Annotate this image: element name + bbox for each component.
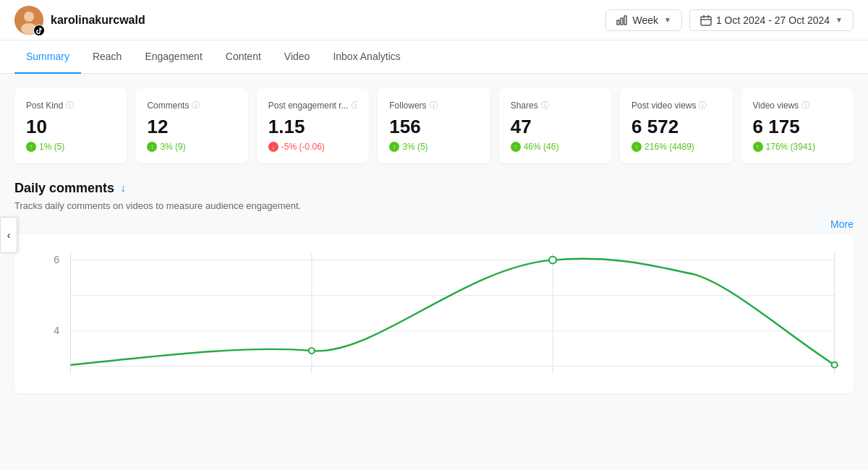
svg-rect-4 [621, 18, 623, 25]
change-icon-up-comments: ↑ [147, 142, 157, 152]
tab-reach[interactable]: Reach [81, 40, 133, 74]
daily-comments-subtitle: Tracks daily comments on videos to measu… [14, 200, 854, 211]
svg-point-1 [24, 12, 34, 22]
chart-point-end [832, 362, 838, 367]
chart-container: 6 4 [14, 234, 854, 393]
tiktok-icon [35, 27, 43, 34]
stat-card-followers: Followers ⓘ 156 ↑ 3% (5) [378, 88, 490, 163]
info-icon-engagement-rate[interactable]: ⓘ [352, 100, 358, 111]
stat-value-comments: 12 [147, 116, 236, 137]
calendar-icon [700, 14, 712, 26]
tab-content[interactable]: Content [214, 40, 273, 74]
stat-change-engagement-rate: ↓ -5% (-0.06) [268, 142, 357, 152]
period-selector[interactable]: Week ▼ [605, 9, 681, 31]
date-range-label: 1 Oct 2024 - 27 Oct 2024 [716, 14, 830, 26]
svg-rect-5 [624, 16, 626, 25]
info-icon-video-views[interactable]: ⓘ [801, 100, 809, 111]
left-nav-arrow[interactable]: ‹ [0, 217, 17, 253]
period-chevron: ▼ [664, 16, 671, 24]
stat-change-shares: ↑ 46% (46) [511, 142, 600, 152]
info-icon-comments[interactable]: ⓘ [192, 100, 200, 111]
daily-comments-title: Daily comments [14, 181, 114, 196]
change-icon-up-shares: ↑ [511, 142, 521, 152]
stat-card-post-kind: Post Kind ⓘ 10 ↑ 1% (5) [14, 88, 127, 163]
tiktok-badge [33, 25, 45, 36]
user-info: karolinakurcwald [14, 6, 145, 35]
stat-change-post-kind: ↑ 1% (5) [26, 142, 115, 152]
stat-value-post-kind: 10 [26, 116, 115, 137]
date-chevron: ▼ [835, 16, 843, 24]
info-icon-followers[interactable]: ⓘ [430, 100, 438, 111]
stat-card-video-views: Video views ⓘ 6 175 ↑ 176% (3941) [741, 88, 854, 163]
tab-engagement[interactable]: Engagement [133, 40, 213, 74]
tab-summary[interactable]: Summary [14, 40, 81, 74]
stat-value-followers: 156 [389, 116, 478, 137]
stat-card-engagement-rate: Post engagement r... ⓘ 1.15 ↓ -5% (-0.06… [257, 88, 369, 163]
stats-row: Post Kind ⓘ 10 ↑ 1% (5) Comments ⓘ 12 ↑ … [14, 88, 854, 163]
left-arrow-icon: ‹ [7, 229, 11, 241]
date-range-selector[interactable]: 1 Oct 2024 - 27 Oct 2024 ▼ [689, 9, 854, 31]
change-icon-up-followers: ↑ [389, 142, 399, 152]
more-link[interactable]: More [14, 218, 854, 230]
header-controls: Week ▼ 1 Oct 2024 - 27 Oct 2024 ▼ [605, 9, 854, 31]
stat-value-post-video-views: 6 572 [631, 116, 720, 137]
stat-card-post-video-views: Post video views ⓘ 6 572 ↑ 216% (4489) [620, 88, 732, 163]
chart-point-1 [309, 348, 315, 354]
bar-chart-icon [616, 14, 628, 26]
nav-tabs: Summary Reach Engagement Content Video I… [0, 40, 868, 74]
tab-inbox-analytics[interactable]: Inbox Analytics [321, 40, 412, 74]
svg-rect-3 [617, 20, 619, 25]
tab-video[interactable]: Video [273, 40, 322, 74]
daily-comments-chart: 6 4 [26, 246, 842, 388]
change-icon-down-engagement-rate: ↓ [268, 142, 278, 152]
stat-label-post-kind: Post Kind ⓘ [26, 100, 115, 111]
stat-value-video-views: 6 175 [753, 116, 842, 137]
info-icon-shares[interactable]: ⓘ [541, 100, 549, 111]
username: karolinakurcwald [51, 14, 145, 27]
main-content: Post Kind ⓘ 10 ↑ 1% (5) Comments ⓘ 12 ↑ … [0, 74, 868, 468]
stat-label-engagement-rate: Post engagement r... ⓘ [268, 100, 357, 111]
download-icon[interactable]: ↓ [120, 181, 126, 195]
period-label: Week [632, 14, 658, 26]
stat-label-shares: Shares ⓘ [511, 100, 600, 111]
stat-label-post-video-views: Post video views ⓘ [631, 100, 720, 111]
stat-change-comments: ↑ 3% (9) [147, 142, 236, 152]
change-icon-up-post-video-views: ↑ [631, 142, 642, 152]
daily-comments-title-row: Daily comments ↓ [14, 181, 854, 196]
stat-change-post-video-views: ↑ 216% (4489) [631, 142, 720, 152]
stat-card-shares: Shares ⓘ 47 ↑ 46% (46) [499, 88, 611, 163]
info-icon-post-kind[interactable]: ⓘ [66, 100, 74, 111]
chart-point-peak [549, 256, 556, 263]
stat-change-followers: ↑ 3% (5) [389, 142, 478, 152]
stat-label-followers: Followers ⓘ [389, 100, 478, 111]
stat-value-engagement-rate: 1.15 [268, 116, 357, 137]
stat-label-video-views: Video views ⓘ [753, 100, 842, 111]
header: karolinakurcwald Week ▼ 1 Oct 2024 - 27 … [0, 0, 868, 40]
info-icon-post-video-views[interactable]: ⓘ [699, 100, 707, 111]
avatar-wrap [14, 6, 43, 35]
stat-card-comments: Comments ⓘ 12 ↑ 3% (9) [135, 88, 247, 163]
change-icon-up-post-kind: ↑ [26, 142, 36, 152]
stat-value-shares: 47 [511, 116, 600, 137]
stat-change-video-views: ↑ 176% (3941) [753, 142, 842, 152]
change-icon-up-video-views: ↑ [753, 142, 763, 152]
svg-rect-6 [701, 17, 711, 25]
y-label-6: 6 [54, 253, 59, 265]
stat-label-comments: Comments ⓘ [147, 100, 236, 111]
y-label-4: 4 [54, 324, 59, 336]
